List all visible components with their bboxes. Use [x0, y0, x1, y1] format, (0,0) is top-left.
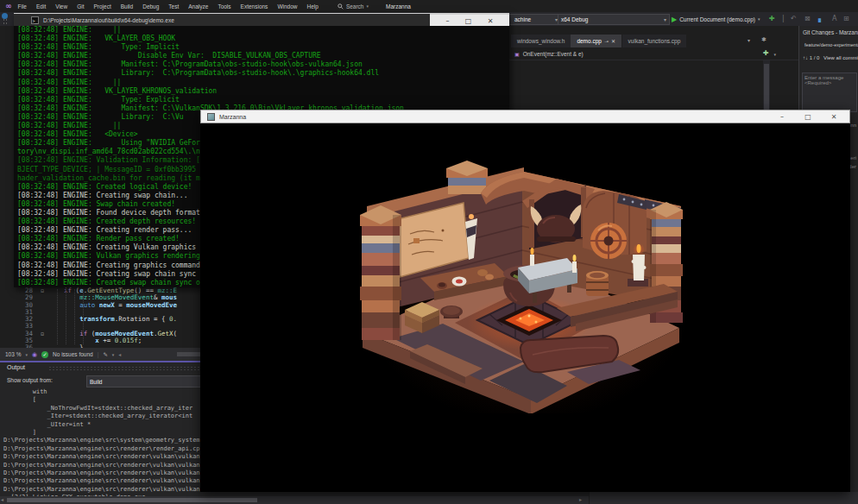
tab-windows_window.h[interactable]: windows_window.h — [511, 35, 571, 47]
visual-studio-logo-icon: ∞ — [5, 3, 12, 10]
chevron-down-icon[interactable]: ▾ — [112, 352, 115, 357]
console-title-bar[interactable]: >_ D:\Projects\Marzanna\out\build\x64-de… — [14, 13, 509, 26]
arrows-updown-icon[interactable]: ↑↓ — [803, 55, 808, 60]
menu-tools[interactable]: Tools — [218, 3, 230, 9]
add-icon[interactable]: ✚ — [763, 49, 769, 57]
chevron-down-icon: ▾ — [758, 16, 760, 22]
forge-room-diorama — [360, 154, 688, 413]
scene-barrel — [586, 271, 609, 296]
menu-debug[interactable]: Debug — [142, 3, 159, 9]
scrollbar-thumb[interactable] — [764, 64, 769, 110]
menu-build[interactable]: Build — [121, 3, 133, 9]
text-case-icon[interactable]: A — [832, 15, 836, 22]
git-fragment: eri — [850, 155, 856, 161]
output-panel-title[interactable]: Output — [7, 364, 25, 370]
configuration-label: x64 Debug — [561, 16, 588, 22]
hot-reload-icon[interactable]: ✚ — [769, 15, 775, 22]
find-icon[interactable]: ⊠ — [804, 15, 811, 22]
cursor-tool-icon[interactable]: ▖ — [818, 15, 823, 22]
console-line: [08:32:48] ENGINE: Manifest: C:\ProgramD… — [17, 60, 509, 69]
show-output-from-label: Show output from: — [7, 377, 53, 383]
menu-analyze[interactable]: Analyze — [188, 3, 208, 9]
codelens-icon[interactable]: ◉ — [32, 351, 37, 358]
minimize-button[interactable]: – — [772, 110, 792, 123]
tab-list-icon[interactable]: ▾ — [748, 37, 750, 43]
editor-navigation-bar[interactable]: ▣ OnEvent(mz::Event & e) ▾ — [509, 48, 798, 60]
console-line: [08:32:48] ENGINE: VK_LAYER_KHRONOS_vali… — [17, 87, 509, 96]
commit-message-input[interactable]: Enter a message <Required> — [802, 72, 857, 112]
tab-vulkan_functions.cpp[interactable]: vulkan_functions.cpp — [622, 35, 687, 47]
indent-guide — [66, 289, 66, 344]
viewport-3d[interactable] — [200, 123, 850, 492]
console-line: [08:32:48] ENGINE: Library: C:\ProgramDa… — [17, 69, 509, 78]
search-box[interactable]: Search ▾ — [338, 3, 369, 9]
marzanna-window[interactable]: Marzanna – □ ✕ — [200, 110, 850, 492]
cmd-icon: >_ — [31, 16, 39, 24]
output-hscrollbar[interactable]: ◂ ▸ — [0, 496, 589, 504]
navbar-member[interactable]: OnEvent(mz::Event & e) — [523, 51, 584, 57]
issues-status[interactable]: No issues found — [53, 351, 93, 357]
pin-icon[interactable]: ⊸ — [604, 38, 609, 44]
console-line: [08:32:48] ENGINE: Type: Explicit — [17, 96, 509, 104]
git-branch-selector[interactable]: feature/demo-experimental — [803, 41, 858, 48]
view-all-commits-link[interactable]: View all commits — [823, 55, 858, 60]
copy-icon[interactable]: ⊞ — [843, 15, 849, 22]
menu-git[interactable]: Git — [77, 3, 84, 9]
menu-file[interactable]: File — [18, 3, 27, 9]
scrollbar-thumb[interactable] — [7, 498, 257, 502]
menu-help[interactable]: Help — [307, 3, 319, 9]
git-branch-name: feature/demo-experimental — [804, 42, 858, 47]
gear-icon[interactable]: ✱ — [761, 36, 767, 43]
chevron-down-icon[interactable]: ▾ — [25, 352, 28, 357]
target-machine-label: achine — [514, 16, 531, 22]
undo-icon[interactable]: ↶ — [791, 15, 797, 22]
method-icon: ▣ — [514, 51, 520, 57]
health-check-icon: ✓ — [41, 351, 48, 358]
scroll-right-icon[interactable]: ▸ — [579, 496, 582, 502]
tab-demo.cpp[interactable]: demo.cpp⊸✕ — [571, 35, 621, 47]
menu-test[interactable]: Test — [168, 3, 179, 9]
maximize-button[interactable]: □ — [798, 110, 818, 123]
chevron-down-icon[interactable]: ▾ — [773, 52, 776, 57]
git-fragment: nn — [850, 123, 856, 128]
search-caret-icon: ▾ — [366, 3, 369, 9]
menu-window[interactable]: Window — [277, 3, 297, 9]
console-line: [08:32:48] ENGINE: || — [17, 79, 509, 87]
scene-back-pillar — [446, 161, 488, 194]
zoom-level[interactable]: 103 % — [5, 351, 21, 357]
menu-edit[interactable]: Edit — [36, 3, 46, 9]
pen-edit-icon[interactable]: ✎ — [103, 351, 107, 358]
close-button[interactable]: ✕ — [488, 17, 494, 25]
menu-view[interactable]: View — [55, 3, 67, 9]
search-label: Search — [346, 3, 364, 9]
play-icon: ▶ — [672, 16, 677, 23]
run-button[interactable]: ▶ Current Document (demo.cpp) ▾ — [672, 14, 760, 24]
marzanna-title-bar[interactable]: Marzanna – □ ✕ — [200, 110, 850, 123]
git-commit-counts[interactable]: 1 / 0 — [810, 55, 820, 60]
console-window-controls: – □ ✕ — [430, 14, 509, 27]
configuration-dropdown[interactable]: x64 Debug ▾ — [558, 14, 670, 25]
menu-project[interactable]: Project — [93, 3, 110, 9]
close-button[interactable]: ✕ — [823, 110, 844, 123]
scroll-left-icon[interactable]: ◂ — [1, 496, 3, 502]
git-panel-title: Git Changes - Marzanna — [803, 29, 858, 35]
panel-corner — [589, 492, 858, 504]
close-tab-icon[interactable]: ✕ — [611, 38, 615, 44]
chevron-down-icon: ▾ — [664, 16, 666, 22]
search-icon — [338, 3, 344, 9]
maximize-button[interactable]: □ — [465, 17, 472, 25]
console-line: [08:32:48] ENGINE: VK_LAYER_OBS_HOOK — [17, 35, 509, 43]
vs-title-bar: ∞ FileEditViewGitProjectBuildDebugTestAn… — [0, 0, 858, 12]
feedback-icon — [2, 13, 8, 19]
git-sync-row: ↑↓ 1 / 0 View all commits — [803, 55, 858, 60]
output-source-label: Build — [90, 379, 102, 385]
scroll-left-icon[interactable]: ◂ — [118, 351, 121, 357]
minimize-button[interactable]: – — [445, 17, 449, 25]
console-line: [08:32:48] ENGINE: Disable Env Var: DISA… — [17, 52, 509, 60]
menu-extensions[interactable]: Extensions — [241, 3, 268, 9]
scene-left-pillar — [360, 205, 401, 340]
indent-guide — [74, 289, 75, 344]
console-line: [08:32:48] ENGINE: || — [17, 26, 509, 35]
toolbar-separator: | — [782, 15, 785, 22]
scene-shield — [590, 223, 627, 259]
